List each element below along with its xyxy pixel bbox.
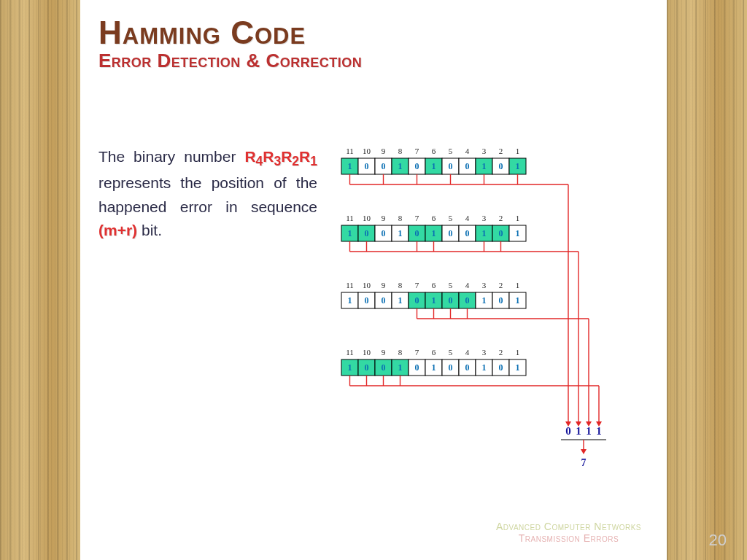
r-sub: 4 bbox=[256, 154, 263, 168]
svg-text:1: 1 bbox=[482, 161, 487, 171]
svg-text:9: 9 bbox=[382, 281, 386, 289]
svg-text:2: 2 bbox=[499, 281, 503, 289]
r-char: R bbox=[244, 148, 255, 165]
r-sub: 2 bbox=[292, 154, 299, 168]
svg-text:0: 0 bbox=[449, 161, 453, 171]
svg-text:1: 1 bbox=[398, 161, 403, 171]
prose-text-c: bit. bbox=[142, 222, 162, 238]
svg-text:1: 1 bbox=[432, 295, 436, 306]
svg-marker-141 bbox=[581, 449, 587, 454]
body-row: The binary number R4R3R2R1 represents th… bbox=[98, 145, 649, 481]
svg-text:3: 3 bbox=[482, 281, 487, 289]
svg-text:8: 8 bbox=[398, 281, 403, 289]
svg-text:9: 9 bbox=[382, 214, 386, 222]
svg-text:0: 0 bbox=[365, 161, 369, 171]
svg-text:0: 0 bbox=[449, 228, 453, 238]
svg-text:1: 1 bbox=[348, 228, 352, 238]
svg-text:1: 1 bbox=[516, 214, 520, 222]
page-number: 20 bbox=[709, 531, 727, 550]
svg-text:0: 0 bbox=[449, 295, 453, 306]
svg-text:1: 1 bbox=[482, 228, 487, 238]
svg-text:8: 8 bbox=[398, 214, 403, 222]
svg-text:1: 1 bbox=[482, 295, 487, 306]
svg-text:1: 1 bbox=[516, 161, 520, 171]
svg-text:0: 0 bbox=[499, 228, 503, 238]
svg-text:1: 1 bbox=[432, 228, 436, 238]
svg-text:1: 1 bbox=[516, 348, 520, 357]
svg-text:0: 0 bbox=[499, 362, 503, 373]
svg-text:11: 11 bbox=[346, 281, 354, 289]
svg-text:6: 6 bbox=[432, 281, 436, 289]
prose-paragraph: The binary number R4R3R2R1 represents th… bbox=[98, 145, 317, 481]
footer-line-1: Advanced Computer Networks bbox=[496, 521, 641, 532]
svg-text:1: 1 bbox=[482, 362, 487, 373]
svg-text:10: 10 bbox=[363, 214, 371, 222]
svg-text:0: 0 bbox=[499, 295, 503, 306]
svg-text:1: 1 bbox=[516, 362, 520, 373]
svg-text:2: 2 bbox=[499, 348, 503, 357]
content-area: Hamming Code Error Detection & Correctio… bbox=[98, 15, 649, 545]
svg-text:4: 4 bbox=[465, 147, 470, 155]
right-border bbox=[667, 0, 747, 560]
slide: Hamming Code Error Detection & Correctio… bbox=[0, 0, 747, 560]
svg-text:5: 5 bbox=[449, 281, 453, 289]
svg-text:0: 0 bbox=[415, 161, 419, 171]
svg-text:0: 0 bbox=[499, 161, 503, 171]
svg-text:10: 10 bbox=[363, 348, 371, 357]
svg-text:0: 0 bbox=[465, 228, 470, 238]
svg-text:8: 8 bbox=[398, 147, 403, 155]
svg-text:7: 7 bbox=[581, 457, 587, 468]
svg-text:5: 5 bbox=[449, 348, 453, 357]
slide-subtitle: Error Detection & Correction bbox=[98, 50, 649, 72]
svg-text:0: 0 bbox=[465, 295, 470, 306]
svg-text:1: 1 bbox=[586, 425, 592, 437]
svg-text:5: 5 bbox=[449, 214, 453, 222]
r-sequence: R4R3R2R1 bbox=[244, 148, 317, 165]
svg-text:9: 9 bbox=[382, 348, 386, 357]
svg-text:1: 1 bbox=[348, 362, 352, 373]
svg-text:11: 11 bbox=[346, 348, 354, 357]
svg-text:0: 0 bbox=[565, 425, 571, 437]
svg-text:1: 1 bbox=[432, 161, 436, 171]
slide-title: Hamming Code bbox=[98, 15, 649, 51]
svg-text:10: 10 bbox=[363, 147, 371, 155]
svg-text:0: 0 bbox=[465, 362, 470, 373]
svg-text:3: 3 bbox=[482, 147, 487, 155]
r-char: R bbox=[281, 148, 292, 165]
svg-text:0: 0 bbox=[382, 161, 386, 171]
svg-text:7: 7 bbox=[415, 147, 419, 155]
svg-text:5: 5 bbox=[449, 147, 453, 155]
svg-text:6: 6 bbox=[432, 214, 436, 222]
svg-text:0: 0 bbox=[449, 362, 453, 373]
svg-text:7: 7 bbox=[415, 281, 419, 289]
svg-text:1: 1 bbox=[348, 295, 352, 306]
svg-text:1: 1 bbox=[516, 281, 520, 289]
svg-text:4: 4 bbox=[465, 281, 470, 289]
svg-text:3: 3 bbox=[482, 214, 487, 222]
svg-text:6: 6 bbox=[432, 348, 436, 357]
r-sub: 3 bbox=[274, 154, 281, 168]
svg-text:6: 6 bbox=[432, 147, 436, 155]
footer: Advanced Computer Networks Transmission … bbox=[496, 521, 641, 544]
svg-text:0: 0 bbox=[415, 295, 419, 306]
svg-text:1: 1 bbox=[398, 228, 403, 238]
svg-text:9: 9 bbox=[382, 147, 386, 155]
svg-text:1: 1 bbox=[576, 425, 581, 437]
prose-text-b: represents the position of the happened … bbox=[98, 174, 317, 215]
svg-text:1: 1 bbox=[516, 228, 520, 238]
svg-text:2: 2 bbox=[499, 214, 503, 222]
svg-text:0: 0 bbox=[415, 362, 419, 373]
svg-text:1: 1 bbox=[348, 161, 352, 171]
svg-text:7: 7 bbox=[415, 214, 419, 222]
r-sub: 1 bbox=[310, 154, 317, 168]
svg-text:1: 1 bbox=[398, 362, 403, 373]
svg-text:2: 2 bbox=[499, 147, 503, 155]
svg-text:1: 1 bbox=[596, 425, 602, 437]
svg-text:0: 0 bbox=[365, 362, 369, 373]
svg-text:7: 7 bbox=[415, 348, 419, 357]
svg-text:10: 10 bbox=[363, 281, 371, 289]
svg-text:8: 8 bbox=[398, 348, 403, 357]
svg-text:0: 0 bbox=[382, 362, 386, 373]
footer-line-2: Transmission Errors bbox=[496, 532, 641, 544]
svg-text:0: 0 bbox=[365, 228, 369, 238]
